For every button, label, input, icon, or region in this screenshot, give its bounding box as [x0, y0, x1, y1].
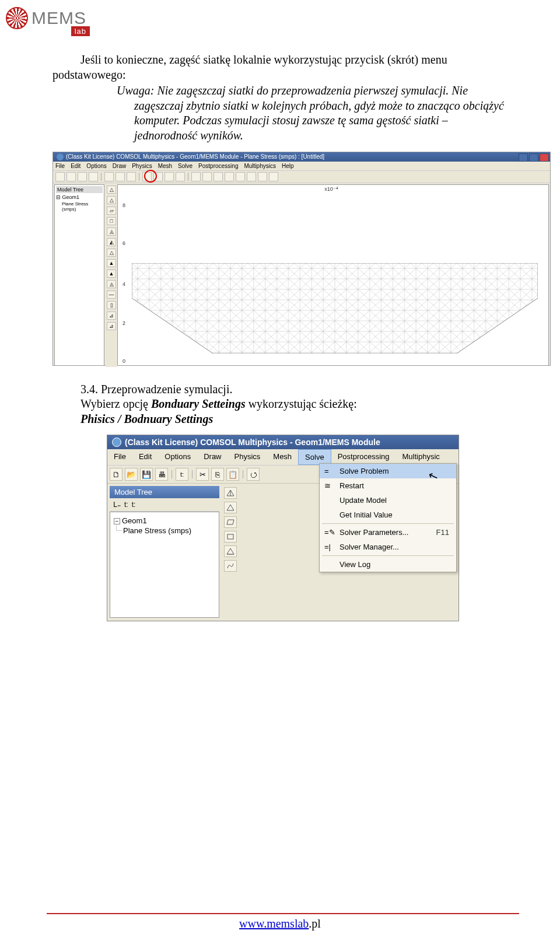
window-title: (Class Kit License) COMSOL Multiphysics … — [125, 438, 380, 447]
menu-file[interactable]: File — [55, 163, 65, 169]
draw-tool[interactable] — [224, 545, 237, 557]
draw-tool[interactable]: — — [107, 291, 116, 299]
menu-solve[interactable]: Solve — [298, 449, 331, 465]
toolbar-button[interactable] — [214, 172, 223, 181]
tree-geom[interactable]: Geom1 — [62, 194, 80, 200]
menu-edit[interactable]: Edit — [71, 163, 80, 169]
tree-toolbar[interactable]: ᒪ₌ t: t: — [110, 498, 219, 512]
toolbar-button[interactable] — [89, 172, 98, 181]
window-titlebar: (Class Kit License) COMSOL Multiphysics … — [107, 435, 459, 449]
menu-postprocessing[interactable]: Postprocessing — [331, 449, 396, 465]
new-button[interactable]: 🗋 — [110, 468, 123, 481]
menu-mesh[interactable]: Mesh — [267, 449, 298, 465]
toolbar-button[interactable] — [127, 172, 136, 181]
highlight-circle — [144, 170, 157, 183]
logo-brand-text: MEMS lab — [32, 8, 86, 28]
open-button[interactable]: 📂 — [125, 468, 138, 481]
menu-multiphysics[interactable]: Multiphysic — [396, 449, 446, 465]
menu-draw[interactable]: Draw — [197, 449, 228, 465]
section-heading: 3.4. Przeprowadzenie symulacji. — [52, 382, 513, 397]
cut-button[interactable]: ✂ — [196, 468, 209, 481]
maximize-button[interactable] — [529, 153, 538, 162]
print-button[interactable]: 🖶 — [155, 468, 168, 481]
axis-exponent: x10⁻⁴ — [324, 186, 338, 192]
menu-edit[interactable]: Edit — [132, 449, 158, 465]
triangle-icon[interactable] — [224, 502, 237, 513]
toolbar-button[interactable] — [247, 172, 256, 181]
toolbar-button[interactable]: t: — [176, 468, 188, 481]
tree-plane-stress[interactable]: Plane Stress (smps) — [56, 201, 103, 212]
draw-tool[interactable]: ▲ — [107, 270, 116, 278]
menu-path: Phisics / Bodnuary Settings — [52, 412, 513, 427]
tree-geom[interactable]: −Geom1 — [114, 516, 215, 526]
window-buttons[interactable] — [519, 153, 549, 162]
draw-tool[interactable]: ▱ — [107, 207, 116, 215]
toolbar-button[interactable] — [104, 172, 114, 181]
menu-physics[interactable]: Physics — [132, 163, 152, 169]
tree-tool[interactable]: t: — [124, 501, 128, 509]
menu-item-get-initial[interactable]: Get Initial Value — [320, 508, 456, 522]
toolbar-button[interactable] — [176, 172, 185, 181]
tree-plane-stress[interactable]: Plane Stress (smps) — [114, 526, 215, 536]
menu-draw[interactable]: Draw — [113, 163, 126, 169]
paste-button[interactable]: 📋 — [226, 468, 239, 481]
close-button[interactable] — [540, 153, 549, 162]
footer-link[interactable]: www.memslab — [239, 917, 309, 930]
copy-button[interactable]: ⎘ — [211, 468, 224, 481]
restart-icon: ≅ — [324, 481, 334, 489]
menu-item-solver-params[interactable]: =✎ Solver Parameters... F11 — [320, 525, 456, 540]
ytick: 2 — [123, 320, 125, 326]
toolbar[interactable] — [53, 171, 550, 183]
menu-item-solver-manager[interactable]: =| Solver Manager... — [320, 540, 456, 554]
draw-tool[interactable]: ◬ — [107, 228, 116, 236]
draw-tool[interactable]: △ — [107, 249, 116, 257]
menu-physics[interactable]: Physics — [228, 449, 267, 465]
model-tree-panel[interactable]: Model Tree ᒪ₌ t: t: −Geom1 Plane Stress … — [110, 486, 219, 620]
tree-tool[interactable]: t: — [132, 501, 136, 509]
toolbar-button[interactable] — [236, 172, 245, 181]
toolbar-button[interactable] — [116, 172, 125, 181]
draw-tool[interactable]: △ — [107, 196, 116, 204]
toolbar-button[interactable] — [202, 172, 212, 181]
draw-tool[interactable]: ◬ — [107, 280, 116, 288]
draw-toolbar[interactable]: △ △ ▱ □ ◬ ◭ △ ▲ ▲ ◬ — ▯ ⊿ ⊿ — [106, 183, 117, 367]
minimize-button[interactable] — [519, 153, 528, 162]
pointer-button[interactable]: ⭯ — [247, 468, 260, 481]
toolbar-button[interactable] — [78, 172, 87, 181]
draw-tool[interactable]: ⊿ — [107, 312, 116, 320]
draw-tool[interactable]: □ — [107, 217, 116, 225]
toolbar-button[interactable] — [66, 172, 76, 181]
menu-options[interactable]: Options — [158, 449, 197, 465]
menu-file[interactable]: File — [107, 449, 132, 465]
menu-postprocessing[interactable]: Postprocessing — [198, 163, 238, 169]
menu-item-view-log[interactable]: View Log — [320, 557, 456, 572]
menu-mesh[interactable]: Mesh — [158, 163, 172, 169]
toolbar-button[interactable] — [269, 172, 278, 181]
draw-tool[interactable]: △ — [107, 186, 116, 194]
menu-item-update-model[interactable]: Update Model — [320, 493, 456, 508]
tree-tool[interactable]: ᒪ₌ — [113, 501, 121, 509]
toolbar-button[interactable] — [258, 172, 267, 181]
menu-multiphysics[interactable]: Multiphysics — [244, 163, 275, 169]
draw-tool[interactable]: ⊿ — [107, 322, 116, 330]
toolbar-button[interactable] — [191, 172, 201, 181]
window-title: (Class Kit License) COMSOL Multiphysics … — [66, 153, 324, 160]
draw-tool[interactable]: ◭ — [107, 238, 116, 246]
model-tree-panel[interactable]: Model Tree ⊟ Geom1 Plane Stress (smps) — [54, 184, 104, 366]
parallelogram-icon[interactable] — [224, 516, 237, 528]
square-icon[interactable] — [224, 531, 237, 543]
draw-toolbar[interactable] — [222, 484, 239, 622]
menu-help[interactable]: Help — [282, 163, 294, 169]
toolbar-button[interactable] — [225, 172, 234, 181]
mesh-canvas[interactable]: x10⁻⁴ 8 6 4 2 0 — [117, 184, 549, 366]
menu-bar[interactable]: File Edit Options Draw Physics Mesh Solv… — [53, 162, 550, 171]
save-button[interactable]: 💾 — [140, 468, 153, 481]
draw-tool[interactable]: ▯ — [107, 301, 116, 309]
menu-options[interactable]: Options — [86, 163, 106, 169]
draw-tool[interactable] — [224, 560, 237, 572]
toolbar-button[interactable] — [55, 172, 65, 181]
toolbar-button[interactable] — [164, 172, 174, 181]
draw-tool[interactable] — [224, 487, 237, 499]
draw-tool[interactable]: ▲ — [107, 259, 116, 267]
menu-solve[interactable]: Solve — [178, 163, 192, 169]
